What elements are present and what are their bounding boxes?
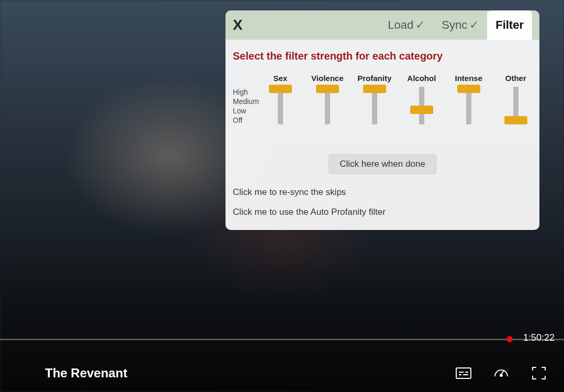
auto-profanity-link[interactable]: Click me to use the Auto Profanity filte…	[233, 207, 532, 217]
slider-track[interactable]	[419, 87, 424, 124]
slider-track[interactable]	[278, 87, 283, 124]
slider-thumb[interactable]	[269, 85, 292, 93]
video-title: The Revenant	[45, 366, 127, 381]
panel-title: Select the filter strength for each cate…	[233, 50, 532, 62]
level-low: Low	[233, 106, 259, 116]
slider-thumb[interactable]	[504, 116, 527, 124]
time-display: 1:50:22	[523, 332, 555, 343]
level-off: Off	[233, 116, 259, 125]
slider-track[interactable]	[372, 87, 377, 124]
slider-track[interactable]	[325, 87, 330, 124]
slider-track[interactable]	[513, 87, 518, 124]
tab-sync[interactable]: Sync ✓	[433, 10, 487, 40]
slider-other: Other	[494, 74, 537, 125]
filter-panel: X Load ✓ Sync ✓ Filter Select the filter…	[225, 10, 539, 230]
svg-point-6	[500, 374, 502, 376]
resync-link[interactable]: Click me to re-sync the skips	[233, 187, 532, 198]
tab-load-label: Load	[388, 18, 413, 32]
fullscreen-icon[interactable]	[529, 364, 548, 385]
slider-label: Alcohol	[407, 74, 436, 83]
slider-thumb[interactable]	[410, 106, 433, 114]
progress-handle[interactable]	[506, 336, 513, 342]
panel-header: X Load ✓ Sync ✓ Filter	[225, 10, 539, 40]
slider-intense: Intense	[447, 74, 490, 125]
speed-icon[interactable]	[492, 364, 511, 385]
close-button[interactable]: X	[233, 17, 243, 33]
slider-profanity: Profanity	[353, 74, 396, 125]
slider-sex: Sex	[259, 74, 302, 125]
slider-label: Other	[505, 74, 526, 83]
check-icon: ✓	[469, 18, 479, 32]
tab-filter-label: Filter	[495, 18, 524, 32]
progress-bar[interactable]	[0, 339, 564, 340]
level-medium: Medium	[233, 97, 259, 106]
slider-thumb[interactable]	[363, 85, 386, 93]
slider-label: Intense	[455, 74, 483, 83]
tab-load[interactable]: Load ✓	[379, 10, 433, 40]
sliders-row: Sex Violence Profanity	[259, 74, 537, 125]
slider-thumb[interactable]	[457, 85, 480, 93]
slider-track[interactable]	[466, 87, 471, 124]
svg-rect-0	[456, 368, 471, 378]
tabs: Load ✓ Sync ✓ Filter	[379, 10, 532, 40]
subtitles-icon[interactable]	[454, 364, 473, 385]
slider-thumb[interactable]	[316, 85, 339, 93]
sliders-area: High Medium Low Off Sex Violence	[233, 74, 532, 125]
slider-violence: Violence	[306, 74, 349, 125]
slider-label: Violence	[311, 74, 343, 83]
slider-alcohol: Alcohol	[400, 74, 443, 125]
slider-label: Profanity	[357, 74, 391, 83]
tab-sync-label: Sync	[442, 18, 467, 32]
level-high: High	[233, 87, 259, 97]
player-controls	[454, 364, 548, 385]
level-labels: High Medium Low Off	[233, 74, 259, 125]
check-icon: ✓	[415, 18, 425, 32]
panel-body: Select the filter strength for each cate…	[225, 40, 539, 230]
done-button[interactable]: Click here when done	[328, 154, 436, 175]
tab-filter[interactable]: Filter	[487, 10, 532, 40]
slider-label: Sex	[273, 74, 287, 83]
